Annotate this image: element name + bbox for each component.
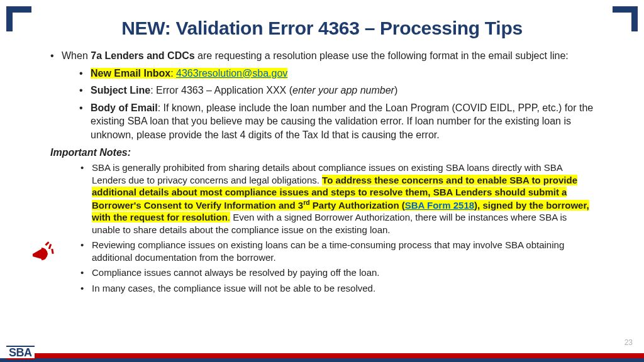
intro-post: are requesting a resolution please use t… <box>195 50 569 61</box>
subject-sep: : Error 4363 – Application XXX ( <box>150 85 292 96</box>
svg-rect-1 <box>51 249 53 254</box>
content-area: When 7a Lenders and CDCs are requesting … <box>0 39 644 294</box>
notes-header-colon: : <box>128 147 131 158</box>
subject-label: Subject Line <box>91 85 150 96</box>
svg-rect-0 <box>48 244 52 250</box>
subject-close: ) <box>394 85 397 96</box>
footer <box>0 351 644 362</box>
sba-form-link[interactable]: SBA Form 2518 <box>405 200 474 211</box>
note-1: SBA is generally prohibited from sharing… <box>80 162 594 236</box>
footer-bar-navy <box>0 358 644 362</box>
corner-top-right <box>613 6 638 31</box>
subject-italic: enter your app number <box>292 85 394 96</box>
email-subject-item: Subject Line: Error 4363 – Application X… <box>79 84 594 97</box>
note-3: Compliance issues cannot always be resol… <box>80 266 594 279</box>
email-inbox-item: New Email Inbox: 4363resolution@sba.gov <box>79 67 594 80</box>
page-number: 23 <box>625 338 633 347</box>
intro-pre: When <box>62 50 91 61</box>
body-label: Body of Email <box>91 102 158 113</box>
intro-bold: 7a Lenders and CDCs <box>91 50 194 61</box>
inbox-label: New Email Inbox <box>91 68 170 79</box>
footer-bar-red <box>34 353 644 358</box>
note1-hl2: Party Authorization ( <box>310 200 405 211</box>
svg-rect-2 <box>45 241 49 246</box>
note-2: Reviewing compliance issues on existing … <box>80 239 594 263</box>
note-4: In many cases, the compliance issue will… <box>80 282 594 295</box>
body-text: : If known, please include the loan numb… <box>91 102 593 140</box>
megaphone-icon <box>29 238 55 266</box>
corner-top-left <box>6 6 31 31</box>
sba-logo: SBA <box>6 346 35 359</box>
notes-header-text: Important Notes <box>50 147 128 158</box>
note1-sup: rd <box>303 199 310 206</box>
important-notes-header: Important Notes: <box>50 146 594 160</box>
email-body-item: Body of Email: If known, please include … <box>79 101 594 142</box>
inbox-sep: : <box>170 68 176 79</box>
inbox-link[interactable]: 4363resolution@sba.gov <box>176 68 287 79</box>
intro-line: When 7a Lenders and CDCs are requesting … <box>50 49 594 142</box>
page-title: NEW: Validation Error 4363 – Processing … <box>0 0 644 39</box>
